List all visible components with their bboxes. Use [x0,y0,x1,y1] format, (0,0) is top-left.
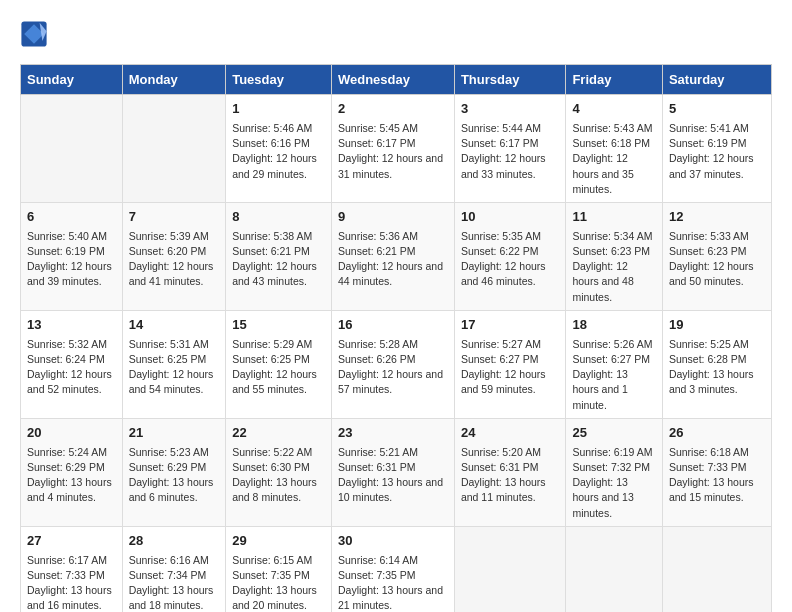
page-header [20,20,772,48]
day-info: Sunrise: 5:28 AM Sunset: 6:26 PM Dayligh… [338,337,448,398]
day-info: Sunrise: 5:46 AM Sunset: 6:16 PM Dayligh… [232,121,325,182]
day-info: Sunrise: 5:29 AM Sunset: 6:25 PM Dayligh… [232,337,325,398]
day-info: Sunrise: 5:23 AM Sunset: 6:29 PM Dayligh… [129,445,220,506]
day-info: Sunrise: 6:18 AM Sunset: 7:33 PM Dayligh… [669,445,765,506]
calendar-cell: 27Sunrise: 6:17 AM Sunset: 7:33 PM Dayli… [21,526,123,612]
header-row: SundayMondayTuesdayWednesdayThursdayFrid… [21,65,772,95]
week-row-1: 1Sunrise: 5:46 AM Sunset: 6:16 PM Daylig… [21,95,772,203]
col-header-tuesday: Tuesday [226,65,332,95]
day-number: 2 [338,100,448,119]
calendar-table: SundayMondayTuesdayWednesdayThursdayFrid… [20,64,772,612]
day-number: 5 [669,100,765,119]
calendar-cell: 23Sunrise: 5:21 AM Sunset: 6:31 PM Dayli… [331,418,454,526]
logo [20,20,52,48]
day-info: Sunrise: 5:27 AM Sunset: 6:27 PM Dayligh… [461,337,560,398]
day-info: Sunrise: 5:22 AM Sunset: 6:30 PM Dayligh… [232,445,325,506]
day-info: Sunrise: 5:32 AM Sunset: 6:24 PM Dayligh… [27,337,116,398]
day-number: 10 [461,208,560,227]
day-number: 12 [669,208,765,227]
day-number: 22 [232,424,325,443]
day-info: Sunrise: 5:25 AM Sunset: 6:28 PM Dayligh… [669,337,765,398]
calendar-cell [662,526,771,612]
day-number: 25 [572,424,655,443]
col-header-monday: Monday [122,65,226,95]
day-info: Sunrise: 5:43 AM Sunset: 6:18 PM Dayligh… [572,121,655,197]
day-info: Sunrise: 5:35 AM Sunset: 6:22 PM Dayligh… [461,229,560,290]
day-number: 9 [338,208,448,227]
day-info: Sunrise: 5:41 AM Sunset: 6:19 PM Dayligh… [669,121,765,182]
calendar-cell: 1Sunrise: 5:46 AM Sunset: 6:16 PM Daylig… [226,95,332,203]
day-info: Sunrise: 6:17 AM Sunset: 7:33 PM Dayligh… [27,553,116,612]
calendar-cell: 24Sunrise: 5:20 AM Sunset: 6:31 PM Dayli… [454,418,566,526]
calendar-cell: 15Sunrise: 5:29 AM Sunset: 6:25 PM Dayli… [226,310,332,418]
calendar-cell: 30Sunrise: 6:14 AM Sunset: 7:35 PM Dayli… [331,526,454,612]
day-info: Sunrise: 5:20 AM Sunset: 6:31 PM Dayligh… [461,445,560,506]
calendar-cell: 20Sunrise: 5:24 AM Sunset: 6:29 PM Dayli… [21,418,123,526]
calendar-cell: 25Sunrise: 6:19 AM Sunset: 7:32 PM Dayli… [566,418,662,526]
day-number: 7 [129,208,220,227]
day-info: Sunrise: 5:24 AM Sunset: 6:29 PM Dayligh… [27,445,116,506]
day-number: 20 [27,424,116,443]
day-info: Sunrise: 5:33 AM Sunset: 6:23 PM Dayligh… [669,229,765,290]
day-number: 21 [129,424,220,443]
logo-icon [20,20,48,48]
day-info: Sunrise: 6:14 AM Sunset: 7:35 PM Dayligh… [338,553,448,612]
day-info: Sunrise: 5:21 AM Sunset: 6:31 PM Dayligh… [338,445,448,506]
calendar-cell: 11Sunrise: 5:34 AM Sunset: 6:23 PM Dayli… [566,202,662,310]
day-info: Sunrise: 6:15 AM Sunset: 7:35 PM Dayligh… [232,553,325,612]
day-number: 23 [338,424,448,443]
day-info: Sunrise: 5:36 AM Sunset: 6:21 PM Dayligh… [338,229,448,290]
day-number: 4 [572,100,655,119]
week-row-2: 6Sunrise: 5:40 AM Sunset: 6:19 PM Daylig… [21,202,772,310]
day-number: 28 [129,532,220,551]
week-row-3: 13Sunrise: 5:32 AM Sunset: 6:24 PM Dayli… [21,310,772,418]
calendar-cell: 17Sunrise: 5:27 AM Sunset: 6:27 PM Dayli… [454,310,566,418]
day-number: 27 [27,532,116,551]
calendar-cell: 26Sunrise: 6:18 AM Sunset: 7:33 PM Dayli… [662,418,771,526]
day-number: 8 [232,208,325,227]
col-header-thursday: Thursday [454,65,566,95]
day-number: 11 [572,208,655,227]
day-info: Sunrise: 5:38 AM Sunset: 6:21 PM Dayligh… [232,229,325,290]
calendar-cell: 4Sunrise: 5:43 AM Sunset: 6:18 PM Daylig… [566,95,662,203]
day-number: 15 [232,316,325,335]
calendar-cell: 6Sunrise: 5:40 AM Sunset: 6:19 PM Daylig… [21,202,123,310]
day-number: 14 [129,316,220,335]
day-info: Sunrise: 6:19 AM Sunset: 7:32 PM Dayligh… [572,445,655,521]
day-info: Sunrise: 5:45 AM Sunset: 6:17 PM Dayligh… [338,121,448,182]
calendar-cell [122,95,226,203]
calendar-cell: 29Sunrise: 6:15 AM Sunset: 7:35 PM Dayli… [226,526,332,612]
calendar-cell: 13Sunrise: 5:32 AM Sunset: 6:24 PM Dayli… [21,310,123,418]
calendar-cell: 21Sunrise: 5:23 AM Sunset: 6:29 PM Dayli… [122,418,226,526]
calendar-cell: 28Sunrise: 6:16 AM Sunset: 7:34 PM Dayli… [122,526,226,612]
col-header-sunday: Sunday [21,65,123,95]
week-row-5: 27Sunrise: 6:17 AM Sunset: 7:33 PM Dayli… [21,526,772,612]
day-number: 18 [572,316,655,335]
day-number: 17 [461,316,560,335]
calendar-cell: 12Sunrise: 5:33 AM Sunset: 6:23 PM Dayli… [662,202,771,310]
calendar-cell: 2Sunrise: 5:45 AM Sunset: 6:17 PM Daylig… [331,95,454,203]
week-row-4: 20Sunrise: 5:24 AM Sunset: 6:29 PM Dayli… [21,418,772,526]
calendar-cell: 16Sunrise: 5:28 AM Sunset: 6:26 PM Dayli… [331,310,454,418]
calendar-cell: 5Sunrise: 5:41 AM Sunset: 6:19 PM Daylig… [662,95,771,203]
day-info: Sunrise: 5:39 AM Sunset: 6:20 PM Dayligh… [129,229,220,290]
calendar-cell [454,526,566,612]
calendar-cell: 9Sunrise: 5:36 AM Sunset: 6:21 PM Daylig… [331,202,454,310]
day-info: Sunrise: 5:44 AM Sunset: 6:17 PM Dayligh… [461,121,560,182]
col-header-wednesday: Wednesday [331,65,454,95]
calendar-cell: 19Sunrise: 5:25 AM Sunset: 6:28 PM Dayli… [662,310,771,418]
day-info: Sunrise: 5:34 AM Sunset: 6:23 PM Dayligh… [572,229,655,305]
day-number: 29 [232,532,325,551]
day-number: 1 [232,100,325,119]
day-info: Sunrise: 5:40 AM Sunset: 6:19 PM Dayligh… [27,229,116,290]
calendar-cell [21,95,123,203]
day-number: 19 [669,316,765,335]
day-number: 3 [461,100,560,119]
day-number: 13 [27,316,116,335]
day-info: Sunrise: 5:26 AM Sunset: 6:27 PM Dayligh… [572,337,655,413]
day-number: 30 [338,532,448,551]
col-header-saturday: Saturday [662,65,771,95]
day-number: 26 [669,424,765,443]
col-header-friday: Friday [566,65,662,95]
calendar-cell: 14Sunrise: 5:31 AM Sunset: 6:25 PM Dayli… [122,310,226,418]
